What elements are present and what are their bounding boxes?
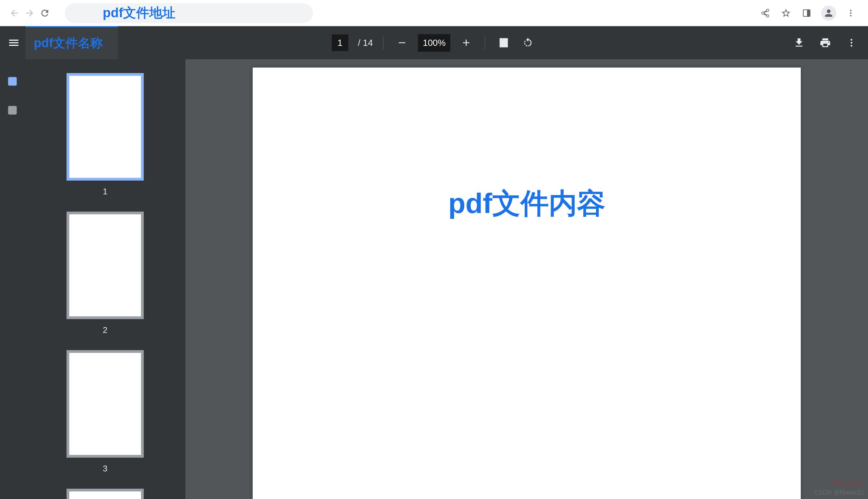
thumbnail-item[interactable]: 2 (25, 212, 185, 335)
thumbnail-label: 2 (103, 325, 107, 335)
image-icon (7, 76, 18, 86)
plus-icon (461, 37, 472, 48)
person-icon (823, 8, 834, 19)
thumbnail-box (67, 489, 144, 499)
pdf-page: pdf文件内容 (253, 68, 801, 499)
thumbnail-box (67, 212, 144, 319)
zoom-level[interactable]: 100% (418, 34, 451, 52)
thumbnail-item[interactable] (25, 489, 185, 499)
svg-point-8 (851, 45, 852, 47)
fit-page-icon (498, 37, 509, 48)
pdf-toolbar: pdf文件名称 / 14 100% (0, 26, 868, 59)
share-icon (760, 8, 770, 18)
thumbnail-box (67, 350, 144, 458)
reload-button[interactable] (37, 6, 52, 21)
watermark-top: Tieccp.com (832, 479, 864, 487)
svg-point-4 (850, 15, 851, 16)
watermark-bottom: CSDN @MakerZz (814, 489, 864, 496)
rotate-icon (523, 37, 534, 48)
print-button[interactable] (817, 34, 834, 51)
svg-point-3 (850, 12, 851, 13)
content-area[interactable]: pdf文件内容 (185, 59, 868, 499)
reload-icon (40, 8, 50, 18)
svg-point-7 (851, 42, 852, 44)
thumbnail-item[interactable]: 1 (25, 73, 185, 196)
fit-page-button[interactable] (496, 34, 512, 51)
zoom-in-button[interactable] (458, 34, 475, 51)
back-button[interactable] (7, 6, 22, 21)
svg-point-2 (850, 10, 851, 11)
page-number-input[interactable] (332, 34, 348, 51)
toolbar-center: / 14 100% (332, 34, 536, 52)
outline-icon (7, 105, 18, 115)
extensions-button[interactable] (798, 4, 816, 22)
thumbnail-item[interactable]: 3 (25, 350, 185, 473)
filename-text: pdf文件名称 (34, 35, 103, 52)
pdf-main: 123 pdf文件内容 (0, 59, 868, 499)
print-icon (819, 37, 831, 49)
pdf-menu-button[interactable] (843, 34, 860, 51)
menu-icon (8, 37, 20, 49)
zoom-out-button[interactable] (394, 34, 411, 51)
panel-icon (802, 9, 811, 18)
arrow-left-icon (9, 8, 20, 18)
more-vert-icon (846, 9, 855, 18)
svg-point-6 (851, 39, 852, 41)
divider (383, 36, 384, 50)
address-bar[interactable]: pdf文件地址 (65, 3, 313, 23)
star-icon (781, 8, 791, 18)
bookmark-button[interactable] (777, 4, 795, 22)
address-text: pdf文件地址 (103, 4, 175, 22)
thumbnail-box (67, 73, 144, 181)
thumbnail-label: 3 (103, 464, 107, 473)
sidebar-toggle-button[interactable] (3, 32, 25, 54)
toolbar-right (791, 34, 860, 51)
download-icon (793, 37, 805, 49)
rotate-button[interactable] (520, 34, 536, 51)
download-button[interactable] (791, 34, 807, 51)
share-button[interactable] (756, 4, 774, 22)
thumbnail-label: 1 (103, 187, 107, 196)
page-total: / 14 (358, 38, 373, 48)
outline-tab[interactable] (4, 102, 21, 119)
filename-tab: pdf文件名称 (26, 26, 118, 59)
browser-menu-button[interactable] (842, 4, 860, 22)
more-vert-icon (846, 38, 857, 48)
profile-button[interactable] (821, 6, 836, 21)
arrow-right-icon (24, 8, 35, 18)
pdf-content-text: pdf文件内容 (273, 185, 780, 223)
minus-icon (397, 37, 408, 48)
side-tabs (0, 59, 25, 499)
svg-rect-1 (807, 10, 810, 17)
svg-rect-5 (500, 39, 507, 47)
browser-toolbar: pdf文件地址 (0, 0, 868, 26)
forward-button[interactable] (22, 6, 37, 21)
divider (485, 36, 485, 50)
thumbnail-panel[interactable]: 123 (25, 59, 185, 499)
thumbnails-tab[interactable] (4, 73, 21, 90)
